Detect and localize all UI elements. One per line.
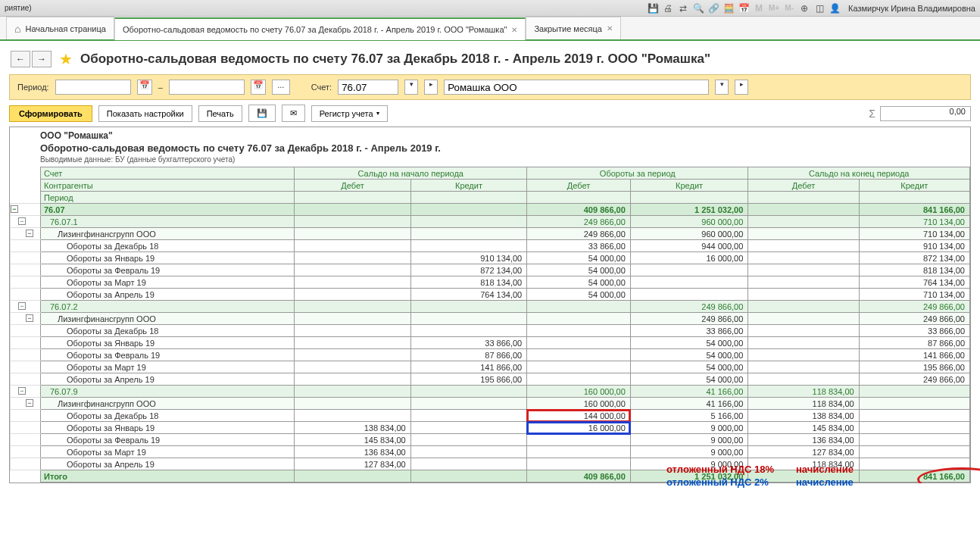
period-picker-button[interactable]: ... [272, 80, 290, 95]
collapse-icon[interactable]: − [18, 302, 26, 310]
zoom-icon[interactable]: ⊕ [798, 2, 810, 14]
cell: 33 866,00 [859, 325, 969, 337]
table-row[interactable]: −Лизингфинансгрупп ООО249 866,00960 000,… [11, 228, 970, 240]
cell [630, 264, 748, 276]
cell: 141 866,00 [410, 361, 526, 373]
org-dropdown-button[interactable]: ▾ [715, 80, 729, 95]
print-button[interactable]: Печать [198, 105, 242, 122]
tab-report[interactable]: Оборотно-сальдовая ведомость по счету 76… [114, 17, 526, 40]
collapse-icon[interactable]: − [26, 314, 33, 322]
org-select-button[interactable]: ▸ [735, 80, 748, 95]
close-icon[interactable]: ✕ [511, 26, 517, 34]
calendar-to-button[interactable]: 📅 [251, 80, 266, 95]
table-row[interactable]: −Лизингфинансгрупп ООО249 866,00249 866,… [11, 313, 970, 325]
favorite-star-icon[interactable]: ★ [59, 50, 73, 68]
cell: 54 000,00 [630, 337, 748, 349]
cell [295, 337, 410, 349]
table-row[interactable]: Обороты за Март 19818 134,0054 000,00764… [11, 276, 970, 289]
panel-icon[interactable]: ◫ [813, 2, 826, 14]
table-row[interactable]: −76.07.2249 866,00249 866,00 [11, 301, 970, 313]
period-to-input[interactable] [169, 80, 245, 95]
user-name: Казмирчук Ирина Владимировна [848, 4, 975, 13]
cell: 764 134,00 [410, 289, 526, 301]
tab-home[interactable]: ⌂ Начальная страница [6, 17, 114, 39]
collapse-icon[interactable]: − [26, 399, 33, 407]
table-row[interactable]: −76.07409 866,001 251 032,00841 166,00 [11, 204, 970, 216]
table-row[interactable]: Обороты за Апрель 19764 134,0054 000,007… [11, 289, 970, 301]
calendar-from-button[interactable]: 📅 [137, 80, 152, 95]
row-label: Обороты за Апрель 19 [41, 289, 295, 301]
cell: 87 866,00 [410, 349, 526, 361]
compare-icon[interactable]: ⇄ [677, 2, 689, 14]
tab-bar: ⌂ Начальная страница Оборотно-сальдовая … [0, 17, 980, 41]
cell [748, 289, 859, 301]
table-row[interactable]: Обороты за Февраль 19145 834,009 000,001… [11, 434, 970, 446]
col-debit: Дебет [295, 180, 410, 192]
cell [410, 398, 526, 410]
cell: 144 000,00 [527, 410, 631, 422]
topbar-tools: 💾 🖨 ⇄ 🔍 🔗 🧮 📅 M M+ M- ⊕ ◫ 👤 Казмирчук Ир… [647, 2, 975, 14]
cell [859, 398, 969, 410]
save-icon[interactable]: 💾 [647, 2, 659, 14]
table-row[interactable]: Обороты за Март 19136 834,009 000,00127 … [11, 446, 970, 458]
row-label: Обороты за Март 19 [41, 361, 295, 373]
link-icon[interactable]: 🔗 [707, 2, 719, 14]
table-row[interactable]: Обороты за Апрель 19195 866,0054 000,002… [11, 373, 970, 386]
cell [295, 313, 410, 325]
nav-fwd-button[interactable]: → [32, 51, 51, 67]
table-row[interactable]: −Лизингфинансгрупп ООО160 000,0041 166,0… [11, 398, 970, 410]
table-row[interactable]: Обороты за Февраль 1987 866,0054 000,001… [11, 349, 970, 361]
m-plus-icon[interactable]: M+ [768, 2, 780, 14]
period-label: Период: [17, 83, 49, 92]
calc-icon[interactable]: 🧮 [723, 2, 735, 14]
organization-input[interactable] [444, 80, 709, 95]
search-icon[interactable]: 🔍 [692, 2, 704, 14]
cell [748, 216, 859, 228]
cell [859, 386, 969, 398]
table-row[interactable]: Обороты за Январь 19910 134,0054 000,001… [11, 252, 970, 264]
table-row[interactable]: Обороты за Январь 19138 834,0016 000,009… [11, 422, 970, 434]
cell: 710 134,00 [859, 228, 969, 240]
col-credit: Кредит [410, 180, 526, 192]
account-input[interactable] [338, 80, 398, 95]
close-icon[interactable]: ✕ [607, 24, 613, 33]
account-select-button[interactable]: ▸ [424, 80, 438, 95]
cell: 54 000,00 [630, 373, 748, 386]
col-end-balance: Сальдо на конец периода [748, 167, 970, 180]
calendar-icon[interactable]: 📅 [738, 2, 750, 14]
collapse-icon[interactable]: − [18, 217, 26, 225]
table-row[interactable]: −76.07.1249 866,00960 000,00710 134,00 [11, 216, 970, 228]
period-from-input[interactable] [55, 80, 131, 95]
show-settings-button[interactable]: Показать настройки [98, 105, 192, 122]
m-icon[interactable]: M [753, 2, 765, 14]
cell [859, 446, 969, 458]
row-label: Обороты за Февраль 19 [41, 434, 295, 446]
collapse-icon[interactable]: − [26, 230, 33, 237]
print-icon[interactable]: 🖨 [662, 2, 674, 14]
cell: 87 866,00 [859, 337, 969, 349]
email-button[interactable]: ✉ [282, 105, 305, 122]
cell [295, 204, 410, 216]
table-row[interactable]: Обороты за Декабрь 1833 866,00944 000,00… [11, 240, 970, 252]
table-row[interactable]: Обороты за Декабрь 18144 000,005 166,001… [11, 410, 970, 422]
table-row[interactable]: Обороты за Февраль 19872 134,0054 000,00… [11, 264, 970, 276]
nav-back-button[interactable]: ← [11, 51, 30, 67]
table-row[interactable]: Обороты за Январь 1933 866,0054 000,0087… [11, 337, 970, 349]
collapse-icon[interactable]: − [18, 387, 26, 395]
cell [410, 458, 526, 470]
tab-month-close[interactable]: Закрытие месяца ✕ [526, 17, 621, 39]
cell [859, 422, 969, 434]
account-dropdown-button[interactable]: ▾ [404, 80, 418, 95]
cell [295, 349, 410, 361]
generate-button[interactable]: Сформировать [9, 105, 92, 122]
table-row[interactable]: Обороты за Декабрь 1833 866,0033 866,00 [11, 325, 970, 337]
sigma-icon[interactable]: Σ [869, 108, 875, 120]
table-row[interactable]: −76.07.9160 000,0041 166,00118 834,00 [11, 386, 970, 398]
register-button[interactable]: Регистр учета▾ [311, 105, 388, 122]
table-row[interactable]: Обороты за Март 19141 866,0054 000,00195… [11, 361, 970, 373]
save-report-button[interactable]: 💾 [248, 105, 276, 122]
collapse-icon[interactable]: − [11, 205, 18, 213]
m-minus-icon[interactable]: M- [783, 2, 795, 14]
cell: 33 866,00 [410, 337, 526, 349]
cell [295, 361, 410, 373]
